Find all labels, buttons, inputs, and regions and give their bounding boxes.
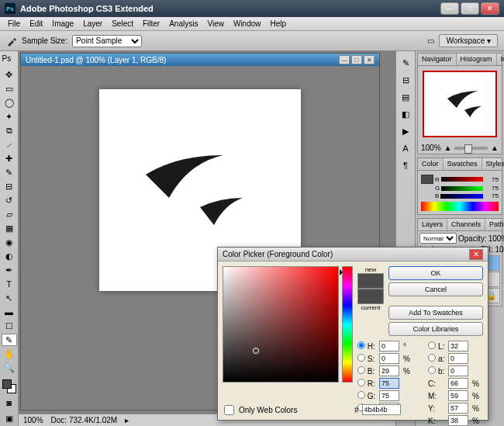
lb-input[interactable] bbox=[448, 365, 468, 376]
g-input[interactable] bbox=[379, 390, 399, 401]
menu-help[interactable]: Help bbox=[266, 18, 292, 29]
current-color-swatch[interactable] bbox=[357, 289, 384, 304]
lb-radio[interactable] bbox=[428, 366, 436, 374]
r-value[interactable]: 75 bbox=[485, 176, 499, 183]
brush-tool[interactable]: ✎ bbox=[2, 167, 17, 179]
color-libraries-button[interactable]: Color Libraries bbox=[388, 322, 483, 336]
zoom-readout[interactable]: 100% bbox=[23, 416, 43, 424]
y-input[interactable] bbox=[448, 403, 468, 414]
toolpresets-icon[interactable]: ▤ bbox=[398, 89, 413, 105]
c-input[interactable] bbox=[448, 378, 468, 389]
r-radio[interactable] bbox=[357, 379, 365, 386]
zoom-slider[interactable] bbox=[454, 147, 488, 150]
sample-size-select[interactable]: Point Sample bbox=[72, 35, 142, 47]
marquee-tool[interactable]: ▭ bbox=[2, 83, 17, 95]
zoom-out-icon[interactable]: ▲ bbox=[444, 144, 452, 152]
fg-color-swatch[interactable] bbox=[2, 379, 12, 389]
blend-mode-select[interactable]: Normal bbox=[419, 233, 457, 244]
tab-navigator[interactable]: Navigator bbox=[418, 54, 457, 65]
eyedropper-tool[interactable]: ✎ bbox=[2, 334, 17, 346]
tab-histogram[interactable]: Histogram bbox=[457, 54, 497, 65]
history-brush-tool[interactable]: ↺ bbox=[2, 195, 17, 207]
m-input[interactable] bbox=[448, 390, 468, 401]
stamp-tool[interactable]: ⊟ bbox=[2, 181, 17, 193]
r-input[interactable] bbox=[379, 378, 399, 389]
notes-tool[interactable]: ☐ bbox=[2, 320, 17, 332]
s-radio[interactable] bbox=[357, 354, 365, 362]
slice-tool[interactable]: ⟋ bbox=[2, 139, 17, 151]
l-radio[interactable] bbox=[428, 341, 436, 349]
menu-layer[interactable]: Layer bbox=[78, 18, 107, 29]
tab-color[interactable]: Color bbox=[418, 158, 444, 170]
color-field[interactable] bbox=[223, 266, 339, 383]
dodge-tool[interactable]: ◐ bbox=[2, 250, 17, 262]
tab-styles[interactable]: Styles bbox=[482, 158, 504, 170]
gradient-tool[interactable]: ▦ bbox=[2, 222, 17, 234]
tab-swatches[interactable]: Swatches bbox=[444, 158, 482, 170]
tab-info[interactable]: Info bbox=[497, 54, 504, 65]
g-value[interactable]: 75 bbox=[485, 185, 499, 192]
zoom-in-icon[interactable]: ▲ bbox=[491, 144, 499, 152]
heal-tool[interactable]: ✚ bbox=[2, 153, 17, 165]
eraser-tool[interactable]: ▱ bbox=[2, 208, 17, 220]
move-tool[interactable]: ✥ bbox=[2, 69, 17, 81]
hand-tool[interactable]: ✋ bbox=[2, 348, 17, 360]
b-slider[interactable] bbox=[440, 194, 483, 199]
minimize-button[interactable]: — bbox=[440, 2, 459, 15]
only-web-checkbox[interactable] bbox=[224, 405, 234, 415]
g-radio[interactable] bbox=[357, 391, 365, 399]
quickmask-toggle[interactable]: ◙ bbox=[2, 396, 17, 410]
k-input[interactable] bbox=[448, 415, 468, 426]
tab-layers[interactable]: Layers bbox=[418, 219, 447, 230]
blur-tool[interactable]: ◉ bbox=[2, 236, 17, 248]
brushes-icon[interactable]: ✎ bbox=[398, 55, 413, 71]
menu-file[interactable]: File bbox=[3, 18, 25, 29]
crop-tool[interactable]: ⧉ bbox=[2, 125, 17, 137]
r-slider[interactable] bbox=[441, 177, 483, 182]
doc-minimize[interactable]: — bbox=[339, 55, 350, 64]
dialog-close-button[interactable]: ✕ bbox=[469, 249, 483, 260]
actions-icon[interactable]: ▶ bbox=[398, 123, 413, 139]
menu-window[interactable]: Window bbox=[229, 18, 266, 29]
a-input[interactable] bbox=[448, 353, 468, 364]
navigator-thumbnail[interactable] bbox=[423, 71, 497, 137]
paragraph-icon[interactable]: ¶ bbox=[398, 158, 413, 173]
zoom-tool[interactable]: 🔍 bbox=[2, 362, 17, 374]
l-input[interactable] bbox=[448, 341, 468, 352]
character-icon[interactable]: A bbox=[398, 140, 413, 156]
b-input[interactable] bbox=[379, 365, 399, 376]
color-swatches[interactable] bbox=[2, 379, 16, 393]
a-radio[interactable] bbox=[428, 354, 436, 362]
ok-button[interactable]: OK bbox=[388, 266, 483, 280]
wand-tool[interactable]: ✦ bbox=[2, 111, 17, 123]
hue-slider[interactable] bbox=[342, 266, 353, 383]
add-swatches-button[interactable]: Add To Swatches bbox=[388, 306, 483, 320]
tab-channels[interactable]: Channels bbox=[447, 219, 485, 230]
menu-image[interactable]: Image bbox=[47, 18, 78, 29]
menu-view[interactable]: View bbox=[202, 18, 229, 29]
color-marker[interactable] bbox=[253, 348, 259, 354]
lasso-tool[interactable]: ◯ bbox=[2, 97, 17, 109]
tab-paths[interactable]: Paths bbox=[485, 219, 504, 230]
menu-select[interactable]: Select bbox=[107, 18, 138, 29]
dialog-titlebar[interactable]: Color Picker (Foreground Color) ✕ bbox=[218, 248, 488, 261]
pen-tool[interactable]: ✒ bbox=[2, 264, 17, 276]
clone-icon[interactable]: ⊟ bbox=[398, 72, 413, 88]
menu-analysis[interactable]: Analysis bbox=[164, 18, 202, 29]
document-titlebar[interactable]: Untitled-1.psd @ 100% (Layer 1, RGB/8) —… bbox=[21, 54, 379, 66]
opacity-value[interactable]: 100% bbox=[488, 234, 504, 243]
hex-input[interactable] bbox=[362, 404, 401, 415]
screen-mode-icon[interactable]: ▭ bbox=[427, 36, 434, 45]
layercomps-icon[interactable]: ◧ bbox=[398, 106, 413, 122]
b-radio[interactable] bbox=[357, 366, 365, 374]
maximize-button[interactable]: □ bbox=[461, 2, 479, 15]
color-panel-swatch[interactable] bbox=[421, 175, 433, 184]
workspace-button[interactable]: Workspace ▾ bbox=[439, 34, 498, 47]
color-ramp[interactable] bbox=[421, 202, 499, 211]
cancel-button[interactable]: Cancel bbox=[388, 282, 483, 296]
fill-value[interactable]: 100% bbox=[495, 245, 504, 254]
path-tool[interactable]: ↖ bbox=[2, 292, 17, 304]
menu-edit[interactable]: Edit bbox=[25, 18, 47, 29]
type-tool[interactable]: T bbox=[2, 278, 17, 290]
b-value[interactable]: 75 bbox=[485, 192, 499, 199]
